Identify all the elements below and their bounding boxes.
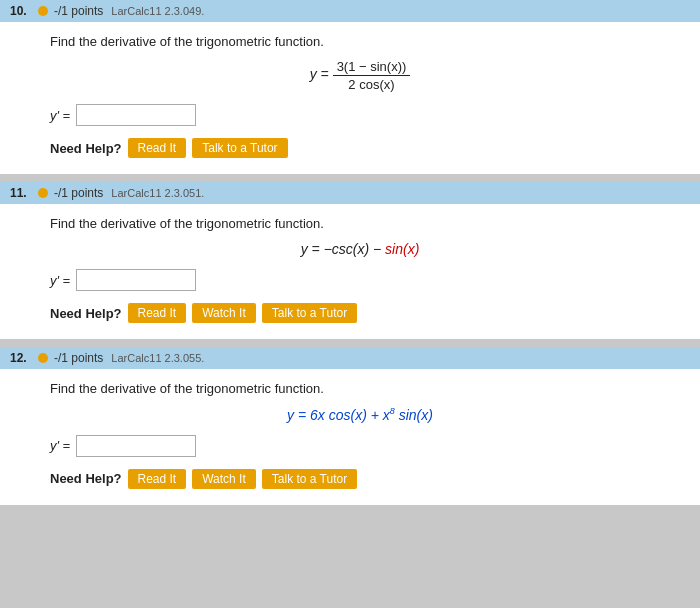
orange-dot-icon-12 xyxy=(38,353,48,363)
formula-11-lhs: y = −csc(x) − xyxy=(301,241,385,257)
question-12-need-help: Need Help? xyxy=(50,471,122,486)
formula-11-red: sin(x) xyxy=(385,241,419,257)
question-10-id: LarCalc11 2.3.049. xyxy=(111,5,204,17)
question-10-answer-input[interactable] xyxy=(76,104,196,126)
question-11-body: Find the derivative of the trigonometric… xyxy=(0,204,700,339)
question-12-points: -/1 points xyxy=(54,351,103,365)
question-12-id: LarCalc11 2.3.055. xyxy=(111,352,204,364)
question-10-tutor-button[interactable]: Talk to a Tutor xyxy=(192,138,287,158)
question-10-number: 10. xyxy=(10,4,32,18)
question-12-answer-label: y' = xyxy=(50,438,70,453)
question-10-header: 10. -/1 points LarCalc11 2.3.049. xyxy=(0,0,700,22)
question-11-answer-row: y' = xyxy=(50,269,670,291)
question-11-text: Find the derivative of the trigonometric… xyxy=(50,216,670,231)
question-12-watch-button[interactable]: Watch It xyxy=(192,469,256,489)
fraction: 3(1 − sin(x)) 2 cos(x) xyxy=(333,59,411,92)
question-11-id: LarCalc11 2.3.051. xyxy=(111,187,204,199)
question-11-points: -/1 points xyxy=(54,186,103,200)
question-12-formula: y = 6x cos(x) + x8 sin(x) xyxy=(50,406,670,423)
orange-dot-icon-11 xyxy=(38,188,48,198)
question-10-answer-row: y' = xyxy=(50,104,670,126)
question-12-header: 12. -/1 points LarCalc11 2.3.055. xyxy=(0,347,700,369)
question-10-answer-label: y' = xyxy=(50,108,70,123)
question-11-help-row: Need Help? Read It Watch It Talk to a Tu… xyxy=(50,303,670,323)
question-11-tutor-button[interactable]: Talk to a Tutor xyxy=(262,303,357,323)
question-12-tutor-button[interactable]: Talk to a Tutor xyxy=(262,469,357,489)
question-10-read-button[interactable]: Read It xyxy=(128,138,187,158)
question-10: 10. -/1 points LarCalc11 2.3.049. Find t… xyxy=(0,0,700,174)
question-11-header: 11. -/1 points LarCalc11 2.3.051. xyxy=(0,182,700,204)
question-12-answer-row: y' = xyxy=(50,435,670,457)
question-11-need-help: Need Help? xyxy=(50,306,122,321)
question-12-text: Find the derivative of the trigonometric… xyxy=(50,381,670,396)
denominator: 2 cos(x) xyxy=(344,76,398,92)
orange-dot-icon xyxy=(38,6,48,16)
question-11-answer-label: y' = xyxy=(50,273,70,288)
question-10-body: Find the derivative of the trigonometric… xyxy=(0,22,700,174)
question-10-help-row: Need Help? Read It Talk to a Tutor xyxy=(50,138,670,158)
numerator: 3(1 − sin(x)) xyxy=(333,59,411,76)
formula-y-equals: y = xyxy=(310,66,333,82)
question-12-help-row: Need Help? Read It Watch It Talk to a Tu… xyxy=(50,469,670,489)
question-11-answer-input[interactable] xyxy=(76,269,196,291)
question-11-read-button[interactable]: Read It xyxy=(128,303,187,323)
question-10-need-help: Need Help? xyxy=(50,141,122,156)
question-11-watch-button[interactable]: Watch It xyxy=(192,303,256,323)
question-11: 11. -/1 points LarCalc11 2.3.051. Find t… xyxy=(0,182,700,339)
question-12-body: Find the derivative of the trigonometric… xyxy=(0,369,700,505)
question-11-number: 11. xyxy=(10,186,32,200)
question-12-number: 12. xyxy=(10,351,32,365)
question-12-read-button[interactable]: Read It xyxy=(128,469,187,489)
question-10-points: -/1 points xyxy=(54,4,103,18)
question-11-formula: y = −csc(x) − sin(x) xyxy=(50,241,670,257)
question-12: 12. -/1 points LarCalc11 2.3.055. Find t… xyxy=(0,347,700,505)
formula-12-blue: y = 6x cos(x) + x8 sin(x) xyxy=(287,407,433,423)
question-12-answer-input[interactable] xyxy=(76,435,196,457)
question-10-formula: y = 3(1 − sin(x)) 2 cos(x) xyxy=(50,59,670,92)
question-10-text: Find the derivative of the trigonometric… xyxy=(50,34,670,49)
